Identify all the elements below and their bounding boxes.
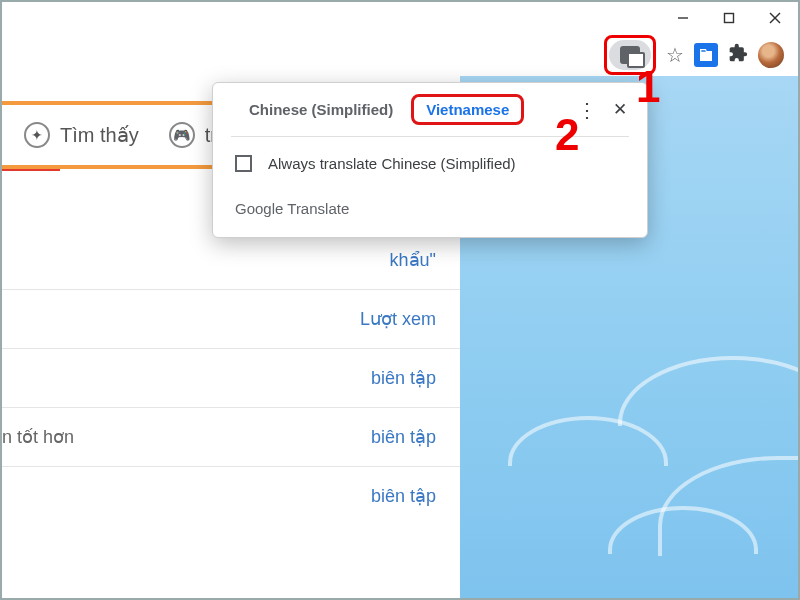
ribbon-label: Tìm thấy bbox=[60, 123, 139, 147]
extensions-puzzle-icon[interactable] bbox=[728, 43, 748, 68]
tab-target-language[interactable]: Vietnamese bbox=[411, 94, 524, 125]
minimize-button[interactable] bbox=[660, 2, 706, 34]
browser-toolbar: ☆ bbox=[2, 34, 798, 76]
annotation-number-1: 1 bbox=[636, 62, 660, 112]
content-list: đổi mật khẩu" Lượt xem biên tập n tốt hơ… bbox=[2, 197, 460, 525]
cloud-decoration bbox=[618, 356, 800, 426]
maximize-button[interactable] bbox=[706, 2, 752, 34]
window-titlebar bbox=[2, 2, 798, 34]
always-translate-label: Always translate Chinese (Simplified) bbox=[268, 155, 516, 172]
checkbox-icon[interactable] bbox=[235, 155, 252, 172]
list-item[interactable]: khẩu" bbox=[2, 243, 460, 289]
ribbon-item-find[interactable]: ✦ Tìm thấy bbox=[24, 122, 139, 148]
annotation-number-2: 2 bbox=[555, 110, 579, 160]
always-translate-row[interactable]: Always translate Chinese (Simplified) bbox=[213, 137, 647, 178]
list-item[interactable]: Lượt xem bbox=[2, 289, 460, 348]
list-item[interactable]: n tốt hơn biên tập bbox=[2, 407, 460, 466]
profile-avatar[interactable] bbox=[758, 42, 784, 68]
translate-tabs: Chinese (Simplified) Vietnamese ⋮ ✕ bbox=[213, 83, 647, 126]
active-underline bbox=[2, 169, 60, 171]
translate-popup: Chinese (Simplified) Vietnamese ⋮ ✕ Alwa… bbox=[212, 82, 648, 238]
row-left-text: n tốt hơn bbox=[2, 426, 74, 448]
close-window-button[interactable] bbox=[752, 2, 798, 34]
google-translate-extension-icon[interactable] bbox=[694, 43, 718, 67]
google-translate-brand: Google Translate bbox=[213, 178, 647, 223]
bookmark-star-icon[interactable]: ☆ bbox=[666, 43, 684, 67]
compass-icon: ✦ bbox=[24, 122, 50, 148]
close-popup-icon[interactable]: ✕ bbox=[607, 99, 633, 120]
svg-rect-1 bbox=[725, 14, 734, 23]
tab-source-language[interactable]: Chinese (Simplified) bbox=[235, 93, 407, 126]
gamepad-icon: 🎮 bbox=[169, 122, 195, 148]
list-item[interactable]: biên tập bbox=[2, 348, 460, 407]
list-item[interactable]: biên tập bbox=[2, 466, 460, 525]
